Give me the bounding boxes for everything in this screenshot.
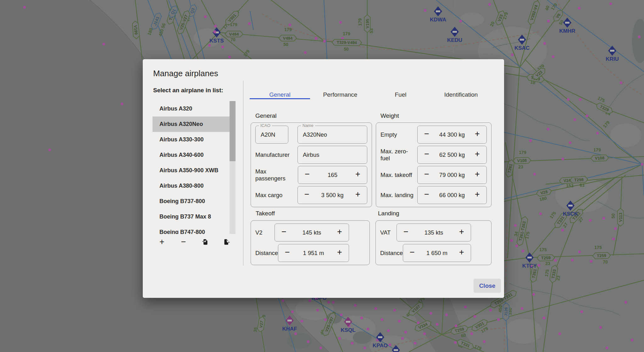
decrement-button[interactable]: − xyxy=(302,170,312,180)
name-field: Name xyxy=(297,126,367,144)
active-tab-indicator xyxy=(250,98,310,99)
increment-button[interactable]: + xyxy=(457,248,467,258)
field-label: VAT xyxy=(380,229,391,236)
stepper-field: −145 kts+ xyxy=(275,224,349,241)
increment-button[interactable]: + xyxy=(472,150,482,160)
airplane-list-item[interactable]: Airbus A320 xyxy=(153,101,236,116)
manufacturer-field xyxy=(297,146,367,164)
stepper-field: −135 kts+ xyxy=(397,224,471,241)
airplane-list-item[interactable]: Airbus A380-800 xyxy=(153,178,236,194)
name-field-input[interactable] xyxy=(298,131,367,138)
import-airplane-button[interactable] xyxy=(199,236,211,248)
remove-airplane-button[interactable]: − xyxy=(177,236,190,248)
airplane-list-item[interactable]: Airbus A350-900 XWB xyxy=(153,163,236,178)
weight-group-legend: Weight xyxy=(380,112,399,119)
stepper-value[interactable]: 165 xyxy=(312,172,353,179)
name-field-label: Name xyxy=(301,123,315,128)
airplane-list: Airbus A320Airbus A320NeoAirbus A330-300… xyxy=(153,101,236,234)
field-label: Max. zero-fuel xyxy=(380,148,417,162)
decrement-button[interactable]: − xyxy=(282,248,292,258)
tab-performance[interactable]: Performance xyxy=(310,86,370,99)
stepper-value[interactable]: 1 650 m xyxy=(417,250,457,257)
field-label: Manufacturer xyxy=(255,151,290,158)
decrement-button[interactable]: − xyxy=(279,228,289,237)
decrement-button[interactable]: − xyxy=(422,150,432,160)
list-actions: +− xyxy=(153,236,236,248)
decrement-button[interactable]: − xyxy=(422,190,432,200)
dialog-title: Manage airplanes xyxy=(153,69,218,78)
field-label: Max. takeoff xyxy=(380,172,412,179)
stepper-field: −1 650 m+ xyxy=(403,244,471,262)
icao-field-label: ICAO xyxy=(259,123,272,128)
stepper-field: −44 300 kg+ xyxy=(417,126,487,144)
tab-identification[interactable]: Identification xyxy=(431,86,491,99)
stepper-value[interactable]: 79 000 kg xyxy=(432,172,472,179)
decrement-button[interactable]: − xyxy=(422,130,432,139)
stepper-value[interactable]: 3 500 kg xyxy=(312,192,353,199)
stepper-field: −165+ xyxy=(298,166,367,184)
tab-general[interactable]: General xyxy=(250,86,310,99)
list-scrollbar-thumb[interactable] xyxy=(230,101,236,161)
tab-bar: GeneralPerformanceFuelIdentification xyxy=(250,86,492,99)
icao-field: ICAO xyxy=(255,126,288,144)
airplane-list-item[interactable]: Boeing B747-800 xyxy=(153,224,236,234)
stepper-field: −3 500 kg+ xyxy=(297,186,367,204)
stepper-value[interactable]: 44 300 kg xyxy=(432,131,472,138)
stepper-value[interactable]: 66 000 kg xyxy=(432,192,472,199)
weight-group-box: Empty−44 300 kg+Max. zero-fuel−62 500 kg… xyxy=(376,122,491,207)
app-screen: 1797017950179501795311017975 60450 56180… xyxy=(0,0,644,352)
airplane-list-item[interactable]: Airbus A320Neo xyxy=(153,116,236,132)
increment-button[interactable]: + xyxy=(472,190,482,200)
landing-group-box: VAT−135 kts+Distance−1 650 m+ xyxy=(375,220,491,265)
stepper-value[interactable]: 62 500 kg xyxy=(432,151,472,158)
increment-button[interactable]: + xyxy=(353,170,363,180)
general-group-box: ICAONameManufacturerMax passengers−165+M… xyxy=(251,122,372,207)
increment-button[interactable]: + xyxy=(472,170,482,180)
list-scrollbar[interactable] xyxy=(230,101,236,234)
icao-field-input[interactable] xyxy=(256,131,288,138)
manage-airplanes-dialog: Manage airplanes Select an airplane in l… xyxy=(143,59,504,298)
manufacturer-field-input[interactable] xyxy=(298,151,367,158)
field-label: Distance xyxy=(255,250,278,257)
decrement-button[interactable]: − xyxy=(407,248,417,258)
select-airplane-label: Select an airplane in list: xyxy=(153,87,223,94)
airplane-list-item[interactable]: Boeing B737 Max 8 xyxy=(153,209,236,224)
takeoff-group-box: V2−145 kts+Distance−1 951 m+ xyxy=(251,220,370,265)
airplane-list-item[interactable]: Boeing B737-800 xyxy=(153,194,236,209)
airplane-list-item[interactable]: Airbus A330-300 xyxy=(153,132,236,147)
stepper-field: −79 000 kg+ xyxy=(417,166,487,184)
stepper-field: −62 500 kg+ xyxy=(417,146,487,164)
stepper-value[interactable]: 1 951 m xyxy=(292,250,335,257)
landing-group-legend: Landing xyxy=(378,210,399,217)
increment-button[interactable]: + xyxy=(335,248,345,258)
panel-divider xyxy=(243,81,243,266)
field-label: V2 xyxy=(255,229,263,236)
decrement-button[interactable]: − xyxy=(401,228,411,237)
increment-button[interactable]: + xyxy=(335,228,345,237)
increment-button[interactable]: + xyxy=(472,130,482,139)
tab-fuel[interactable]: Fuel xyxy=(370,86,431,99)
decrement-button[interactable]: − xyxy=(302,190,312,200)
general-group-legend: General xyxy=(255,112,277,119)
field-label: Empty xyxy=(380,131,397,138)
takeoff-group-legend: Takeoff xyxy=(256,210,275,217)
airplane-list-item[interactable]: Airbus A340-600 xyxy=(153,147,236,163)
field-label: Max. landing xyxy=(380,192,414,199)
export-airplane-button[interactable] xyxy=(220,236,233,248)
stepper-value[interactable]: 145 kts xyxy=(289,229,335,236)
stepper-field: −66 000 kg+ xyxy=(417,186,487,204)
stepper-field: −1 951 m+ xyxy=(278,244,349,262)
close-button[interactable]: Close xyxy=(474,279,501,293)
add-airplane-button[interactable]: + xyxy=(156,236,168,248)
increment-button[interactable]: + xyxy=(457,228,467,237)
decrement-button[interactable]: − xyxy=(422,170,432,180)
field-label: Max cargo xyxy=(255,192,282,199)
increment-button[interactable]: + xyxy=(353,190,363,200)
field-label: Distance xyxy=(380,250,403,257)
field-label: Max passengers xyxy=(255,168,298,182)
stepper-value[interactable]: 135 kts xyxy=(411,229,457,236)
